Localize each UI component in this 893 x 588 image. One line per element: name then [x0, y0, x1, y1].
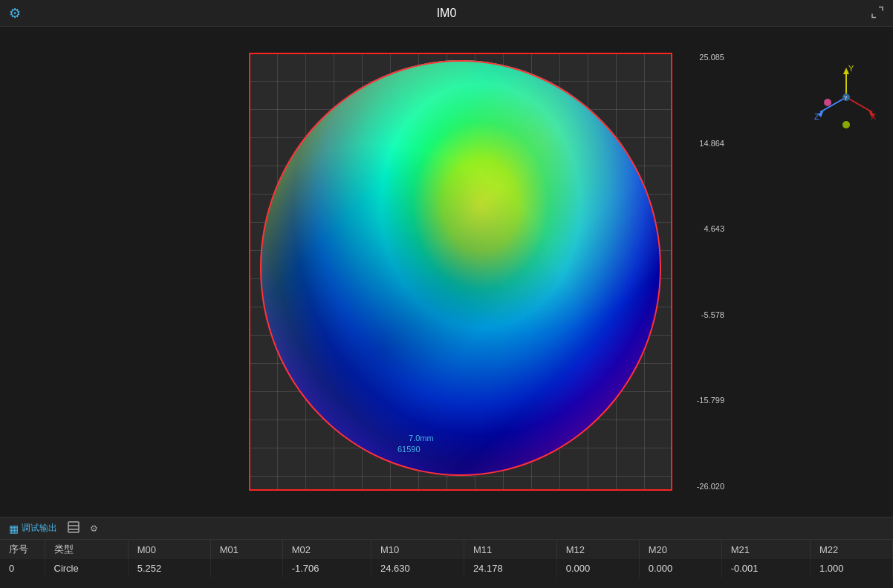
- y-label-1: 14.864: [697, 139, 724, 148]
- col-header-m02: M02: [282, 540, 371, 559]
- visualization-area: 25.085 14.864 4.643 -5.578 -15.799 -26.0…: [0, 27, 893, 517]
- bottom-panel: ▦ 调试输出 ⚙ 序号 类型 M00 M01 M02 M: [0, 517, 893, 588]
- gear-small-icon: ⚙: [90, 523, 98, 534]
- 3d-gizmo: Y Z X 7: [813, 64, 880, 131]
- expand-icon[interactable]: [871, 5, 884, 21]
- cell-0-10: 1.000: [810, 559, 892, 578]
- bottom-toolbar: ▦ 调试输出 ⚙: [0, 517, 893, 540]
- col-header-m11: M11: [464, 540, 556, 559]
- cell-0-3: [210, 559, 282, 578]
- cell-0-7: 0.000: [556, 559, 639, 578]
- y-axis: 25.085 14.864 4.643 -5.578 -15.799 -26.0…: [693, 53, 728, 491]
- cell-0-4: -1.706: [282, 559, 371, 578]
- cell-0-2: 5.252: [128, 559, 210, 578]
- app-header: ⚙ IM0: [0, 0, 893, 27]
- cell-0-0: 0: [0, 559, 45, 578]
- col-header-m01: M01: [210, 540, 282, 559]
- svg-text:7: 7: [844, 95, 848, 102]
- list-icon: [68, 521, 79, 535]
- col-header-id: 序号: [0, 540, 45, 559]
- svg-rect-13: [68, 522, 79, 532]
- y-label-3: -5.578: [697, 310, 724, 319]
- chart-container[interactable]: 25.085 14.864 4.643 -5.578 -15.799 -26.0…: [249, 53, 672, 491]
- toolbar-icon-btn-1[interactable]: [65, 520, 82, 537]
- col-header-m20: M20: [639, 540, 721, 559]
- circle-outline: [260, 60, 661, 476]
- cell-0-1: Circle: [45, 559, 128, 578]
- col-header-type: 类型: [45, 540, 128, 559]
- cell-0-9: -0.001: [721, 559, 810, 578]
- y-label-2: 4.643: [697, 224, 724, 233]
- x-axis-px-label: 61590: [397, 445, 420, 454]
- toolbar-debug-output[interactable]: ▦ 调试输出: [6, 520, 60, 536]
- x-axis-mm-label: 7.0mm: [409, 434, 434, 442]
- data-table: 序号 类型 M00 M01 M02 M10 M11 M12 M20 M21 M2…: [0, 540, 893, 578]
- y-label-4: -15.799: [697, 396, 724, 405]
- window-title: IM0: [437, 7, 457, 20]
- svg-text:X: X: [871, 112, 877, 121]
- col-header-m12: M12: [556, 540, 639, 559]
- cell-0-6: 24.178: [464, 559, 556, 578]
- svg-line-6: [846, 97, 872, 112]
- svg-text:Y: Y: [848, 64, 854, 73]
- cell-0-8: 0.000: [639, 559, 721, 578]
- svg-line-3: [820, 97, 846, 112]
- table-row[interactable]: 0Circle5.252-1.70624.63024.1780.0000.000…: [0, 559, 893, 578]
- svg-point-11: [824, 99, 831, 106]
- settings-icon[interactable]: ⚙: [9, 5, 21, 22]
- col-header-m21: M21: [721, 540, 810, 559]
- col-header-m22: M22: [810, 540, 892, 559]
- cell-0-5: 24.630: [371, 559, 464, 578]
- y-label-5: -26.020: [697, 482, 724, 491]
- toolbar-settings-btn[interactable]: ⚙: [87, 522, 101, 535]
- svg-text:Z: Z: [814, 112, 819, 121]
- svg-point-12: [842, 121, 850, 128]
- col-header-m10: M10: [371, 540, 464, 559]
- col-header-m00: M00: [128, 540, 210, 559]
- table-icon: ▦: [9, 523, 19, 535]
- y-label-0: 25.085: [697, 53, 724, 62]
- debug-output-label: 调试输出: [22, 522, 57, 535]
